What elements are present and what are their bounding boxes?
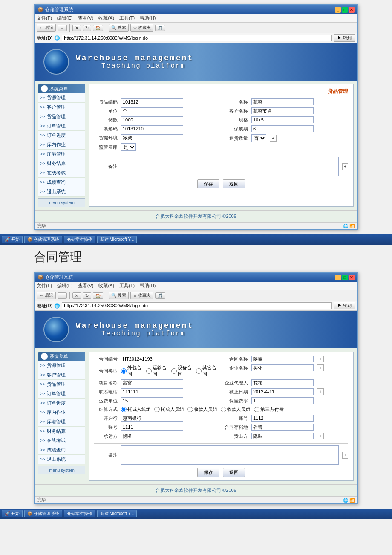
back-btn-form-2[interactable]: 返回: [223, 468, 245, 477]
menu-tools-1[interactable]: 工具(T): [119, 15, 135, 21]
sidebar-item-order-1[interactable]: >> 订单管理: [38, 121, 85, 131]
maximize-btn-2[interactable]: □: [342, 275, 348, 280]
fav-btn-2[interactable]: ☆ 收藏夹: [130, 292, 154, 299]
radio-settle-3[interactable]: 收款人员组: [187, 406, 217, 413]
media-btn-2[interactable]: 🎵: [155, 292, 165, 299]
sidebar-item-score-2[interactable]: >> 成绩查询: [38, 445, 85, 455]
expand-btn-contract-name[interactable]: +: [317, 356, 324, 362]
select-supervisor[interactable]: 是 否: [121, 143, 136, 151]
taskbar-new-2[interactable]: 新建 Microsoft Y...: [97, 510, 137, 517]
input-code[interactable]: [121, 98, 183, 105]
taskbar-app-1[interactable]: 📦 仓储管理系统: [24, 236, 62, 243]
radio-settle-1[interactable]: 托成人线组: [121, 406, 151, 413]
textarea-remark-1[interactable]: [121, 157, 339, 176]
fav-btn-1[interactable]: ☆ 收藏夹: [130, 24, 154, 32]
menu-view-1[interactable]: 查看(V): [78, 15, 94, 21]
input-insurance[interactable]: [251, 397, 314, 404]
input-contact[interactable]: [121, 388, 183, 395]
sidebar-item-order-progress-2[interactable]: >> 订单进度: [38, 399, 85, 408]
taskbar-tab-2[interactable]: 仓储学生操作: [64, 510, 95, 517]
refresh-btn-1[interactable]: ↻: [83, 25, 91, 31]
taskbar-tab-1[interactable]: 仓储学生操作: [64, 236, 95, 243]
sidebar-item-finance-2[interactable]: >> 财务结算: [38, 427, 85, 436]
expand-btn-end-date[interactable]: +: [317, 388, 324, 395]
radio-outsource[interactable]: 外包合同: [121, 364, 143, 377]
taskbar-start-2[interactable]: 🚀 开始: [2, 510, 23, 517]
expand-btn-remark[interactable]: +: [342, 452, 348, 459]
sidebar-item-score-1[interactable]: >> 成绩查询: [38, 178, 85, 187]
menu-view-2[interactable]: 查看(V): [78, 283, 94, 289]
sidebar-item-finance-1[interactable]: >> 财务结算: [38, 159, 85, 168]
input-barcode[interactable]: [121, 125, 183, 132]
sidebar-item-warehouse-mgmt-1[interactable]: >> 库港管理: [38, 150, 85, 159]
radio-settle-2[interactable]: 托成人员组: [154, 406, 184, 413]
minimize-btn-1[interactable]: _: [335, 7, 341, 13]
textarea-remark-2[interactable]: [121, 445, 339, 465]
back-btn-2[interactable]: ← 后退: [37, 292, 56, 299]
address-input-2[interactable]: [62, 302, 332, 309]
sidebar-item-warehouse-ops-1[interactable]: >> 库内作业: [38, 140, 85, 150]
sidebar-item-goods-source-1[interactable]: >> 货源管理: [38, 93, 85, 103]
radio-equipment[interactable]: 设备合同: [171, 364, 193, 377]
home-btn-1[interactable]: 🏠: [93, 25, 103, 31]
menu-help-2[interactable]: 帮助(H): [140, 283, 156, 289]
input-unit[interactable]: [121, 107, 183, 114]
search-btn-1[interactable]: 🔍 搜索: [109, 24, 129, 32]
sidebar-item-exam-2[interactable]: >> 在线考试: [38, 436, 85, 445]
maximize-btn-1[interactable]: □: [342, 7, 348, 13]
input-account[interactable]: [251, 415, 314, 422]
taskbar-start-1[interactable]: 🚀 开始: [2, 236, 23, 243]
back-btn-1[interactable]: ← 后退: [37, 24, 56, 32]
sidebar-item-warehouse-ops-2[interactable]: >> 库内作业: [38, 408, 85, 417]
sidebar-item-warehouse-mgmt-2[interactable]: >> 库港管理: [38, 417, 85, 427]
save-btn-2[interactable]: 保存: [197, 468, 219, 477]
stop-btn-2[interactable]: ✕: [72, 292, 81, 299]
sidebar-item-exam-1[interactable]: >> 在线考试: [38, 168, 85, 178]
menu-file-1[interactable]: 文件(F): [37, 15, 52, 21]
input-contract-party[interactable]: [121, 433, 183, 439]
search-btn-2[interactable]: 🔍 搜索: [109, 292, 129, 299]
sidebar-item-customer-2[interactable]: >> 客户管理: [38, 370, 85, 380]
input-transport[interactable]: [121, 397, 183, 404]
close-btn-1[interactable]: ✕: [349, 7, 355, 13]
input-shelf-life[interactable]: [251, 125, 314, 132]
taskbar-app-2[interactable]: 📦 仓储管理系统: [24, 510, 62, 517]
menu-tools-2[interactable]: 工具(T): [119, 283, 135, 289]
radio-other[interactable]: 其它合同: [196, 364, 218, 377]
input-project-name[interactable]: [121, 379, 183, 386]
menu-help-1[interactable]: 帮助(H): [140, 15, 156, 21]
select-return-qty[interactable]: 百 千: [251, 134, 266, 142]
stop-btn-1[interactable]: ✕: [72, 25, 81, 31]
radio-settle-4[interactable]: 收款人员组: [221, 406, 251, 413]
sidebar-item-logout-1[interactable]: >> 退出系统: [38, 187, 85, 197]
menu-edit-2[interactable]: 编辑(E): [57, 283, 73, 289]
input-client-bank[interactable]: [121, 415, 183, 422]
sidebar-item-order-progress-1[interactable]: >> 订单进度: [38, 131, 85, 140]
sidebar-item-customer-1[interactable]: >> 客户管理: [38, 103, 85, 112]
taskbar-new-1[interactable]: 新建 Microsoft Y...: [97, 236, 137, 243]
input-client-name[interactable]: [251, 107, 314, 114]
input-bank-no[interactable]: [121, 424, 183, 431]
input-spec[interactable]: [251, 116, 314, 123]
input-qty[interactable]: [121, 116, 183, 123]
input-fee-party[interactable]: [251, 433, 314, 439]
input-end-date[interactable]: [251, 388, 314, 395]
menu-file-2[interactable]: 文件(F): [37, 283, 52, 289]
expand-btn-fee-party[interactable]: +: [317, 433, 324, 439]
input-contract-name[interactable]: [251, 356, 314, 362]
sidebar-item-product-2[interactable]: >> 货品管理: [38, 380, 85, 389]
fwd-btn-2[interactable]: →: [58, 292, 67, 299]
save-btn-1[interactable]: 保存: [197, 179, 219, 188]
fwd-btn-1[interactable]: →: [58, 25, 67, 31]
radio-transport[interactable]: 运输合同: [146, 364, 168, 377]
menu-edit-1[interactable]: 编辑(E): [57, 15, 73, 21]
media-btn-1[interactable]: 🎵: [155, 25, 165, 31]
menu-fav-1[interactable]: 收藏(A): [98, 15, 114, 21]
input-contract-no[interactable]: [121, 356, 183, 362]
minimize-btn-2[interactable]: _: [335, 275, 341, 280]
home-btn-2[interactable]: 🏠: [93, 292, 103, 299]
radio-settle-5[interactable]: 第三方付费: [254, 406, 284, 413]
expand-btn-2[interactable]: +: [342, 163, 348, 170]
input-enterprise-name[interactable]: [251, 364, 314, 371]
expand-btn-1[interactable]: +: [270, 135, 277, 142]
